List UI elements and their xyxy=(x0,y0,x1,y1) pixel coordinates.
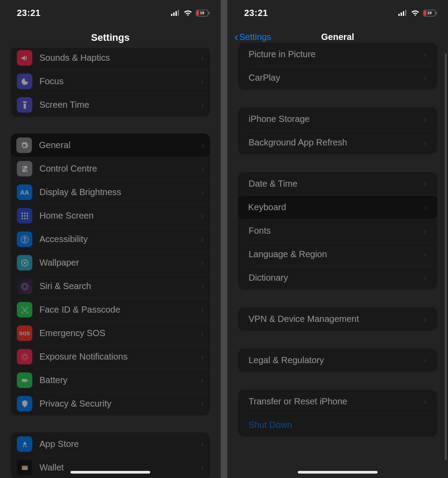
settings-row-screentime[interactable]: Screen Time› xyxy=(11,93,210,117)
svg-point-2 xyxy=(23,166,24,168)
row-label: Battery xyxy=(39,375,201,385)
chevron-right-icon: › xyxy=(424,249,427,259)
general-row-fonts[interactable]: Fonts› xyxy=(238,219,437,243)
settings-row-wallet[interactable]: Wallet› xyxy=(11,456,210,478)
general-list[interactable]: Picture in Picture›CarPlay›iPhone Storag… xyxy=(227,43,448,478)
chevron-right-icon: › xyxy=(424,49,427,59)
svg-rect-4 xyxy=(21,212,23,214)
settings-row-exposure[interactable]: Exposure Notifications› xyxy=(11,345,210,368)
svg-rect-10 xyxy=(21,218,23,219)
settings-row-faceid[interactable]: Face ID & Passcode› xyxy=(11,298,210,321)
row-label: Siri & Search xyxy=(39,281,201,291)
sos-icon: SOS xyxy=(17,325,32,341)
svg-rect-24 xyxy=(27,380,28,381)
settings-screen: 23:21 19 Settings Sounds & Haptics›Focus… xyxy=(0,0,221,478)
settings-row-sounds[interactable]: Sounds & Haptics› xyxy=(11,48,210,70)
svg-rect-11 xyxy=(24,218,25,219)
general-group: VPN & Device Management› xyxy=(238,307,437,331)
svg-point-16 xyxy=(24,262,25,263)
settings-row-siri[interactable]: Siri & Search› xyxy=(11,274,210,298)
settings-row-general[interactable]: General› xyxy=(11,133,210,157)
settings-group: Sounds & Haptics›Focus›Screen Time› xyxy=(11,48,210,117)
row-label: Dictionary xyxy=(249,273,424,283)
wifi-icon xyxy=(411,10,420,16)
chevron-right-icon: › xyxy=(424,114,427,124)
general-row-legal[interactable]: Legal & Regulatory› xyxy=(238,349,437,372)
general-row-transfer[interactable]: Transfer or Reset iPhone› xyxy=(238,390,437,413)
settings-row-wallpaper[interactable]: Wallpaper› xyxy=(11,251,210,274)
screentime-icon xyxy=(17,97,32,113)
general-row-vpn[interactable]: VPN & Device Management› xyxy=(238,307,437,331)
general-row-langregion[interactable]: Language & Region› xyxy=(238,243,437,266)
back-button[interactable]: ‹ Settings xyxy=(234,31,271,43)
chevron-right-icon: › xyxy=(424,273,427,283)
battery-icon: 19 xyxy=(423,10,436,16)
home-indicator[interactable] xyxy=(298,471,378,474)
chevron-right-icon: › xyxy=(201,375,204,385)
general-group: Legal & Regulatory› xyxy=(238,349,437,372)
general-row-storage[interactable]: iPhone Storage› xyxy=(238,107,437,131)
settings-list[interactable]: Sounds & Haptics›Focus›Screen Time›Gener… xyxy=(0,48,221,478)
settings-row-appstore[interactable]: App Store› xyxy=(11,432,210,456)
chevron-right-icon: › xyxy=(201,281,204,291)
display-icon: AA xyxy=(17,184,32,200)
chevron-right-icon: › xyxy=(201,234,204,244)
appstore-icon xyxy=(17,436,32,452)
settings-row-sos[interactable]: SOSEmergency SOS› xyxy=(11,321,210,345)
back-label: Settings xyxy=(239,32,271,42)
general-group: Transfer or Reset iPhone›Shut Down xyxy=(238,390,437,437)
general-row-carplay[interactable]: CarPlay› xyxy=(238,66,437,90)
chevron-right-icon: › xyxy=(201,53,204,63)
siri-icon xyxy=(17,278,32,294)
faceid-icon xyxy=(17,302,32,317)
settings-row-privacy[interactable]: Privacy & Security› xyxy=(11,392,210,415)
chevron-right-icon: › xyxy=(201,140,204,150)
access-icon xyxy=(17,231,32,247)
row-label: Shut Down xyxy=(249,420,427,430)
svg-rect-7 xyxy=(21,215,23,216)
chevron-right-icon: › xyxy=(201,187,204,197)
chevron-right-icon: › xyxy=(201,258,204,268)
row-label: Fonts xyxy=(249,226,424,236)
chevron-right-icon: › xyxy=(201,211,204,221)
general-group: Picture in Picture›CarPlay› xyxy=(238,43,437,90)
home-icon xyxy=(17,208,32,223)
status-bar: 23:21 19 xyxy=(227,0,448,26)
header: Settings xyxy=(0,26,221,50)
settings-row-battery[interactable]: Battery› xyxy=(11,368,210,392)
row-label: Keyboard xyxy=(248,202,424,212)
chevron-right-icon: › xyxy=(424,179,427,189)
settings-row-home[interactable]: Home Screen› xyxy=(11,204,210,227)
focus-icon xyxy=(17,74,32,89)
general-row-datetime[interactable]: Date & Time› xyxy=(238,172,437,196)
chevron-right-icon: › xyxy=(201,328,204,338)
scrollbar[interactable] xyxy=(445,53,447,460)
row-label: Legal & Regulatory xyxy=(249,355,424,365)
settings-row-control[interactable]: Control Centre› xyxy=(11,157,210,180)
chevron-right-icon: › xyxy=(424,202,427,212)
svg-rect-8 xyxy=(24,215,25,216)
row-label: Picture in Picture xyxy=(249,49,424,59)
chevron-right-icon: › xyxy=(424,314,427,324)
general-row-keyboard[interactable]: Keyboard› xyxy=(238,196,437,219)
svg-point-14 xyxy=(24,237,25,238)
status-bar: 23:21 19 xyxy=(0,0,221,26)
chevron-right-icon: › xyxy=(201,100,204,110)
chevron-right-icon: › xyxy=(424,396,427,407)
general-icon xyxy=(16,137,32,153)
row-label: App Store xyxy=(39,439,201,449)
chevron-right-icon: › xyxy=(424,73,427,83)
home-indicator[interactable] xyxy=(70,471,150,474)
svg-rect-6 xyxy=(27,212,28,214)
row-label: Background App Refresh xyxy=(249,137,424,148)
general-row-bgrefresh[interactable]: Background App Refresh› xyxy=(238,131,437,154)
general-row-dictionary[interactable]: Dictionary› xyxy=(238,266,437,290)
row-label: General xyxy=(39,140,201,150)
row-label: Face ID & Passcode xyxy=(39,305,201,315)
general-row-shutdown[interactable]: Shut Down xyxy=(238,413,437,437)
settings-row-focus[interactable]: Focus› xyxy=(11,70,210,93)
status-icons: 19 xyxy=(171,10,208,16)
settings-row-display[interactable]: AADisplay & Brightness› xyxy=(11,180,210,204)
settings-row-access[interactable]: Accessibility› xyxy=(11,227,210,251)
chevron-left-icon: ‹ xyxy=(234,31,238,43)
